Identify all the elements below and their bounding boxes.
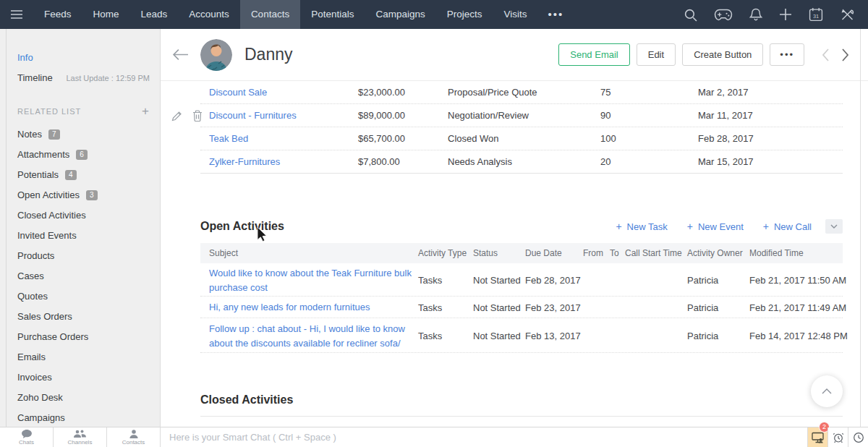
activity-status: Not Started <box>473 302 521 313</box>
count-badge: 7 <box>48 129 60 140</box>
nav-item-visits[interactable]: Visits <box>493 0 538 29</box>
new-task-link[interactable]: +New Task <box>616 221 667 232</box>
closed-activities-title: Closed Activities <box>200 393 293 406</box>
potential-name-link[interactable]: Zylker-Furnitures <box>209 150 280 174</box>
activity-type: Tasks <box>418 331 442 341</box>
nav-item-contacts[interactable]: Contacts <box>240 0 300 29</box>
sidebar-item-emails[interactable]: Emails <box>17 347 160 367</box>
activity-subject-link[interactable]: Would like to know about the Teak Furnit… <box>209 266 412 294</box>
activity-type: Tasks <box>418 275 442 286</box>
activity-subject-link[interactable]: Follow up : chat about - Hi, I would lik… <box>209 322 412 350</box>
activity-modified-time: Feb 14, 2017 12:48 PM <box>749 331 848 341</box>
closed-activities-section: Closed Activities <box>200 393 843 417</box>
setup-tools-icon[interactable] <box>840 7 855 22</box>
gamepad-icon[interactable] <box>714 9 733 21</box>
related-list-header: RELATED LIST + <box>17 103 160 120</box>
new-event-link[interactable]: +New Event <box>687 221 744 232</box>
potential-name-link[interactable]: Teak Bed <box>209 127 248 150</box>
potential-amount: $23,000.00 <box>358 81 405 104</box>
potential-stage: Proposal/Price Quote <box>448 81 537 104</box>
sidebar-item-invited-events[interactable]: Invited Events <box>17 226 160 246</box>
smart-chat-bar: Chats Channels Contacts 2 <box>0 427 868 447</box>
sidebar-item-quotes[interactable]: Quotes <box>17 286 160 307</box>
send-email-button[interactable]: Send Email <box>558 43 629 66</box>
sidebar-item-purchase-orders[interactable]: Purchase Orders <box>17 327 160 347</box>
search-icon[interactable] <box>684 8 697 22</box>
potential-probability: 20 <box>600 150 610 174</box>
history-clock-icon[interactable] <box>848 427 868 447</box>
sidebar-item-invoices[interactable]: Invoices <box>17 367 160 388</box>
add-plus-icon[interactable] <box>779 8 792 21</box>
potential-probability: 100 <box>600 127 616 150</box>
calendar-icon[interactable]: 31 <box>809 7 823 22</box>
potential-probability: 75 <box>600 81 610 104</box>
scroll-to-top-button[interactable] <box>811 375 843 407</box>
count-badge: 3 <box>86 190 98 200</box>
potential-close-date: Feb 28, 2017 <box>698 127 754 150</box>
person-icon <box>129 430 138 438</box>
nav-item-potentials[interactable]: Potentials <box>300 0 365 29</box>
smart-chat-input[interactable] <box>161 427 807 447</box>
potential-row: Discount - Furnitures $89,000.00 Negotia… <box>161 104 868 127</box>
sidebar-item-info[interactable]: Info <box>17 48 160 68</box>
nav-item-home[interactable]: Home <box>82 0 130 29</box>
new-call-link[interactable]: +New Call <box>763 221 812 232</box>
plus-icon: + <box>616 221 621 232</box>
notifications-bell-icon[interactable] <box>749 7 762 22</box>
potential-row: Teak Bed $65,700.00 Closed Won 100 Feb 2… <box>161 127 868 150</box>
collapse-section-chevron-icon[interactable] <box>825 219 843 234</box>
sidebar-item-campaigns[interactable]: Campaigns <box>17 408 160 427</box>
reminder-alarm-icon[interactable] <box>827 427 848 447</box>
record-pager <box>822 48 849 61</box>
previous-record-icon[interactable] <box>822 48 830 61</box>
nav-item-feeds[interactable]: Feeds <box>33 0 82 29</box>
potential-name-link[interactable]: Discount Sale <box>209 81 267 104</box>
nav-item-campaigns[interactable]: Campaigns <box>365 0 435 29</box>
svg-text:31: 31 <box>813 13 819 20</box>
sidebar-item-notes[interactable]: Notes7 <box>17 124 160 145</box>
nav-item-leads[interactable]: Leads <box>130 0 179 29</box>
potential-name-link[interactable]: Discount - Furnitures <box>209 104 297 127</box>
chat-bubble-icon <box>22 430 32 438</box>
plus-icon: + <box>763 221 769 232</box>
related-list-sidebar: Info Timeline Last Update : 12:59 PM REL… <box>0 29 161 427</box>
activity-due-date: Feb 28, 2017 <box>525 275 581 286</box>
sidebar-item-attachments[interactable]: Attachments6 <box>17 145 160 165</box>
delete-trash-icon[interactable] <box>192 110 203 122</box>
contact-detail-main: Danny Send Email Edit Create Button ••• … <box>161 29 868 427</box>
sidebar-item-zoho-desk[interactable]: Zoho Desk <box>17 388 160 408</box>
sidebar-item-sales-orders[interactable]: Sales Orders <box>17 307 160 327</box>
potential-stage: Negotiation/Review <box>448 104 529 127</box>
activity-owner: Patricia <box>687 302 718 313</box>
activity-row: Hi, any new leads for modern furnitues T… <box>200 297 843 318</box>
nav-more-icon[interactable]: ••• <box>538 0 574 29</box>
add-related-list-icon[interactable]: + <box>142 103 150 120</box>
chat-tab-chats[interactable]: Chats <box>0 427 54 447</box>
back-arrow-icon[interactable] <box>172 48 189 61</box>
contact-avatar[interactable] <box>200 39 232 71</box>
menu-icon[interactable] <box>0 9 33 20</box>
nav-item-projects[interactable]: Projects <box>436 0 493 29</box>
screen-share-icon[interactable]: 2 <box>807 427 827 447</box>
sidebar-item-open-activities[interactable]: Open Activities3 <box>17 185 160 205</box>
chat-tab-channels[interactable]: Channels <box>54 427 107 447</box>
open-activities-section: Open Activities +New Task +New Event +Ne… <box>200 218 843 353</box>
edit-button[interactable]: Edit <box>637 43 676 66</box>
sidebar-item-timeline[interactable]: Timeline Last Update : 12:59 PM <box>17 68 160 88</box>
potential-close-date: Mar 15, 2017 <box>698 150 754 174</box>
sidebar-item-closed-activities[interactable]: Closed Activities <box>17 205 160 226</box>
top-nav: Feeds Home Leads Accounts Contacts Poten… <box>0 0 868 29</box>
activity-row: Would like to know about the Teak Furnit… <box>200 263 843 297</box>
next-record-icon[interactable] <box>841 48 849 61</box>
create-button[interactable]: Create Button <box>682 43 763 66</box>
chat-tab-contacts[interactable]: Contacts <box>107 427 161 447</box>
more-actions-icon[interactable]: ••• <box>770 43 804 66</box>
sidebar-item-products[interactable]: Products <box>17 246 160 266</box>
plus-icon: + <box>687 221 693 232</box>
sidebar-item-potentials[interactable]: Potentials4 <box>17 165 160 185</box>
activity-subject-link[interactable]: Hi, any new leads for modern furnitues <box>209 300 412 315</box>
sidebar-item-cases[interactable]: Cases <box>17 266 160 286</box>
edit-pencil-icon[interactable] <box>171 111 182 122</box>
potential-probability: 90 <box>600 104 610 127</box>
nav-item-accounts[interactable]: Accounts <box>178 0 240 29</box>
